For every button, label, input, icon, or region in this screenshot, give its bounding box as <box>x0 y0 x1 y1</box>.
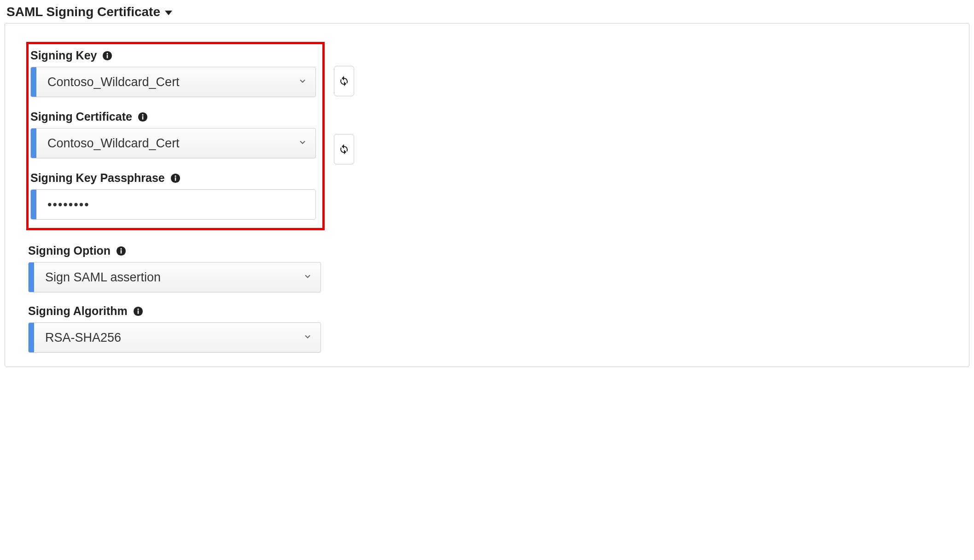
select-accent <box>31 67 36 97</box>
info-icon[interactable] <box>102 51 112 61</box>
signing-certificate-group: Signing Certificate Contoso_Wildcard_Cer… <box>30 110 316 158</box>
signing-key-passphrase-input[interactable] <box>36 190 315 219</box>
signing-key-select[interactable]: Contoso_Wildcard_Cert <box>30 67 316 97</box>
input-accent <box>31 190 36 219</box>
signing-certificate-label: Signing Certificate <box>30 110 132 123</box>
signing-certificate-select[interactable]: Contoso_Wildcard_Cert <box>30 128 316 158</box>
info-icon[interactable] <box>170 173 181 183</box>
refresh-icon <box>338 144 350 155</box>
refresh-signing-key-button[interactable] <box>334 66 354 96</box>
signing-algorithm-value[interactable]: RSA-SHA256 <box>34 323 321 352</box>
select-accent <box>29 262 34 292</box>
svg-rect-13 <box>137 310 139 314</box>
signing-option-select[interactable]: Sign SAML assertion <box>28 262 321 292</box>
signing-algorithm-group: Signing Algorithm RSA-SHA256 <box>28 304 946 353</box>
svg-rect-10 <box>121 250 122 253</box>
signing-option-group: Signing Option Sign SAML assertion <box>28 244 946 292</box>
svg-point-2 <box>107 52 108 54</box>
signing-key-passphrase-input-wrap <box>30 189 316 220</box>
select-accent <box>29 323 34 352</box>
caret-down-icon <box>165 11 172 15</box>
svg-point-8 <box>175 175 176 176</box>
signing-option-label: Signing Option <box>28 244 111 257</box>
signing-algorithm-label: Signing Algorithm <box>28 304 128 318</box>
signing-key-label: Signing Key <box>30 49 97 62</box>
highlight-annotation: Signing Key Contoso_Wildcard_Cert <box>26 42 325 230</box>
signing-certificate-value[interactable]: Contoso_Wildcard_Cert <box>36 128 315 158</box>
info-icon[interactable] <box>116 246 126 256</box>
svg-rect-1 <box>107 55 108 58</box>
signing-key-value[interactable]: Contoso_Wildcard_Cert <box>36 67 315 97</box>
section-title: SAML Signing Certificate <box>6 5 160 19</box>
signing-option-value[interactable]: Sign SAML assertion <box>34 262 321 292</box>
select-accent <box>31 128 36 158</box>
svg-point-5 <box>142 114 143 115</box>
svg-point-11 <box>121 248 122 249</box>
svg-rect-4 <box>142 116 144 119</box>
signing-key-passphrase-label: Signing Key Passphrase <box>30 171 165 185</box>
refresh-signing-certificate-button[interactable] <box>334 134 354 164</box>
saml-signing-panel: Signing Key Contoso_Wildcard_Cert <box>5 23 969 367</box>
signing-key-passphrase-group: Signing Key Passphrase <box>30 171 316 220</box>
signing-algorithm-select[interactable]: RSA-SHA256 <box>28 322 321 353</box>
refresh-icon <box>338 76 350 87</box>
section-header[interactable]: SAML Signing Certificate <box>5 5 969 23</box>
info-icon[interactable] <box>133 306 143 316</box>
svg-point-14 <box>137 308 139 309</box>
svg-rect-7 <box>175 177 176 181</box>
info-icon[interactable] <box>138 112 148 122</box>
signing-key-group: Signing Key Contoso_Wildcard_Cert <box>30 49 316 97</box>
